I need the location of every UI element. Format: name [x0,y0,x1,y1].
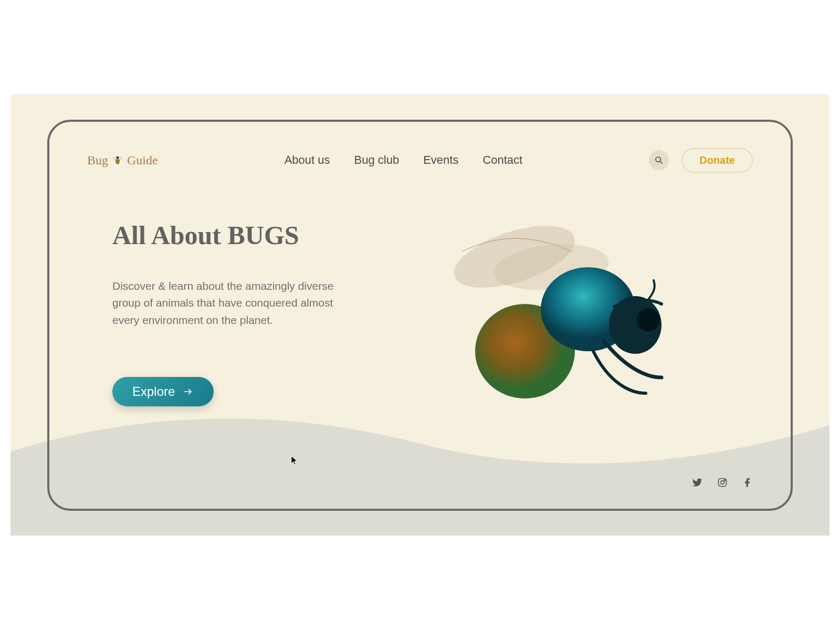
donate-button[interactable]: Donate [681,148,753,173]
nav-right: Donate [649,148,753,173]
facebook-icon[interactable] [742,477,753,488]
search-icon [655,156,663,164]
nav-bug-club[interactable]: Bug club [354,153,400,167]
explore-button[interactable]: Explore [112,377,214,406]
twitter-icon[interactable] [692,477,702,488]
svg-point-3 [117,156,119,159]
brand-logo[interactable]: Bug Guide [87,153,158,167]
social-bar [692,477,753,488]
hero-title: All About BUGS [112,220,360,250]
svg-point-15 [724,479,726,480]
instagram-icon[interactable] [717,477,728,488]
search-button[interactable] [649,150,669,170]
nav-events[interactable]: Events [423,153,458,167]
hero-section: All About BUGS Discover & learn about th… [87,220,753,409]
svg-point-12 [637,308,660,331]
svg-point-14 [721,480,724,484]
nav-about-us[interactable]: About us [285,153,330,167]
explore-label: Explore [132,384,175,399]
navbar: Bug Guide About us Bug club Events Conta [87,148,753,173]
svg-line-5 [660,161,662,163]
bug-illustration [446,220,688,409]
bee-icon [111,154,124,166]
arrow-right-icon [182,387,194,396]
main-frame: Bug Guide About us Bug club Events Conta [47,120,793,511]
nav-contact[interactable]: Contact [482,153,522,167]
hero-text: All About BUGS Discover & learn about th… [87,220,360,409]
hero-description: Discover & learn about the amazingly div… [112,278,360,329]
brand-part1: Bug [87,153,108,167]
brand-part2: Guide [127,153,158,167]
page-canvas: Bug Guide About us Bug club Events Conta [10,94,830,536]
mouse-cursor-icon [291,456,298,465]
nav-links: About us Bug club Events Contact [285,153,523,167]
hero-image [381,220,753,409]
